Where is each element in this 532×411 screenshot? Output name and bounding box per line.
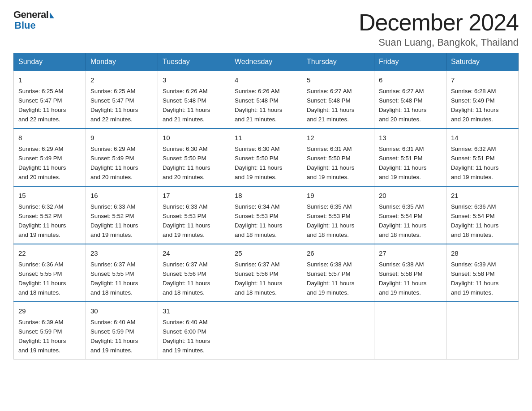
day-number: 10 bbox=[163, 133, 225, 143]
logo-general-text: General bbox=[13, 9, 48, 21]
day-number: 21 bbox=[451, 190, 514, 201]
day-number: 6 bbox=[379, 75, 442, 85]
day-cell-13: 13Sunrise: 6:31 AM Sunset: 5:51 PM Dayli… bbox=[374, 128, 446, 186]
day-number: 18 bbox=[235, 190, 297, 201]
day-cell-9: 9Sunrise: 6:29 AM Sunset: 5:49 PM Daylig… bbox=[86, 128, 158, 186]
day-number: 20 bbox=[379, 190, 442, 201]
day-cell-31: 31Sunrise: 6:40 AM Sunset: 6:00 PM Dayli… bbox=[158, 302, 230, 359]
day-info: Sunrise: 6:31 AM Sunset: 5:50 PM Dayligh… bbox=[307, 146, 354, 180]
day-info: Sunrise: 6:26 AM Sunset: 5:48 PM Dayligh… bbox=[163, 88, 210, 123]
empty-cell bbox=[302, 302, 374, 359]
day-info: Sunrise: 6:35 AM Sunset: 5:53 PM Dayligh… bbox=[307, 203, 354, 238]
day-cell-28: 28Sunrise: 6:39 AM Sunset: 5:58 PM Dayli… bbox=[446, 244, 519, 302]
day-number: 16 bbox=[90, 190, 153, 201]
title-block: December 2024 Suan Luang, Bangkok, Thail… bbox=[359, 9, 519, 48]
day-cell-24: 24Sunrise: 6:37 AM Sunset: 5:56 PM Dayli… bbox=[158, 244, 230, 302]
subtitle: Suan Luang, Bangkok, Thailand bbox=[359, 37, 519, 48]
logo-arrow-icon bbox=[50, 12, 54, 18]
day-cell-8: 8Sunrise: 6:29 AM Sunset: 5:49 PM Daylig… bbox=[14, 128, 86, 186]
day-info: Sunrise: 6:33 AM Sunset: 5:52 PM Dayligh… bbox=[90, 203, 138, 238]
day-info: Sunrise: 6:34 AM Sunset: 5:53 PM Dayligh… bbox=[235, 203, 282, 238]
day-info: Sunrise: 6:30 AM Sunset: 5:50 PM Dayligh… bbox=[235, 146, 282, 180]
day-cell-4: 4Sunrise: 6:26 AM Sunset: 5:48 PM Daylig… bbox=[230, 71, 302, 128]
day-info: Sunrise: 6:38 AM Sunset: 5:58 PM Dayligh… bbox=[379, 261, 426, 296]
day-number: 28 bbox=[451, 248, 514, 258]
empty-cell bbox=[446, 302, 519, 359]
day-number: 24 bbox=[163, 248, 225, 258]
week-row-5: 29Sunrise: 6:39 AM Sunset: 5:59 PM Dayli… bbox=[14, 302, 519, 359]
header-friday: Friday bbox=[374, 53, 446, 71]
header-monday: Monday bbox=[86, 53, 158, 71]
day-cell-21: 21Sunrise: 6:36 AM Sunset: 5:54 PM Dayli… bbox=[446, 186, 519, 244]
day-number: 2 bbox=[90, 75, 153, 85]
day-cell-18: 18Sunrise: 6:34 AM Sunset: 5:53 PM Dayli… bbox=[230, 186, 302, 244]
day-cell-11: 11Sunrise: 6:30 AM Sunset: 5:50 PM Dayli… bbox=[230, 128, 302, 186]
header-saturday: Saturday bbox=[446, 53, 519, 71]
day-number: 7 bbox=[451, 75, 514, 85]
day-info: Sunrise: 6:30 AM Sunset: 5:50 PM Dayligh… bbox=[163, 146, 210, 180]
day-cell-27: 27Sunrise: 6:38 AM Sunset: 5:58 PM Dayli… bbox=[374, 244, 446, 302]
day-cell-12: 12Sunrise: 6:31 AM Sunset: 5:50 PM Dayli… bbox=[302, 128, 374, 186]
day-number: 30 bbox=[90, 306, 153, 316]
day-number: 4 bbox=[235, 75, 297, 85]
day-info: Sunrise: 6:32 AM Sunset: 5:52 PM Dayligh… bbox=[18, 203, 66, 238]
day-info: Sunrise: 6:39 AM Sunset: 5:58 PM Dayligh… bbox=[451, 261, 498, 296]
logo: General Blue bbox=[13, 9, 54, 31]
day-info: Sunrise: 6:39 AM Sunset: 5:59 PM Dayligh… bbox=[18, 319, 66, 354]
day-info: Sunrise: 6:29 AM Sunset: 5:49 PM Dayligh… bbox=[90, 146, 138, 180]
day-info: Sunrise: 6:28 AM Sunset: 5:49 PM Dayligh… bbox=[451, 88, 498, 123]
day-cell-26: 26Sunrise: 6:38 AM Sunset: 5:57 PM Dayli… bbox=[302, 244, 374, 302]
main-title: December 2024 bbox=[359, 9, 519, 36]
day-number: 27 bbox=[379, 248, 442, 258]
day-cell-30: 30Sunrise: 6:40 AM Sunset: 5:59 PM Dayli… bbox=[86, 302, 158, 359]
day-cell-23: 23Sunrise: 6:37 AM Sunset: 5:55 PM Dayli… bbox=[86, 244, 158, 302]
day-cell-22: 22Sunrise: 6:36 AM Sunset: 5:55 PM Dayli… bbox=[14, 244, 86, 302]
day-info: Sunrise: 6:33 AM Sunset: 5:53 PM Dayligh… bbox=[163, 203, 210, 238]
day-number: 29 bbox=[18, 306, 81, 316]
day-cell-7: 7Sunrise: 6:28 AM Sunset: 5:49 PM Daylig… bbox=[446, 71, 519, 128]
day-info: Sunrise: 6:31 AM Sunset: 5:51 PM Dayligh… bbox=[379, 146, 426, 180]
day-cell-16: 16Sunrise: 6:33 AM Sunset: 5:52 PM Dayli… bbox=[86, 186, 158, 244]
day-cell-25: 25Sunrise: 6:37 AM Sunset: 5:56 PM Dayli… bbox=[230, 244, 302, 302]
day-number: 11 bbox=[235, 133, 297, 143]
day-cell-17: 17Sunrise: 6:33 AM Sunset: 5:53 PM Dayli… bbox=[158, 186, 230, 244]
day-info: Sunrise: 6:25 AM Sunset: 5:47 PM Dayligh… bbox=[18, 88, 66, 123]
day-number: 15 bbox=[18, 190, 81, 201]
day-info: Sunrise: 6:29 AM Sunset: 5:49 PM Dayligh… bbox=[18, 146, 66, 180]
day-number: 5 bbox=[307, 75, 369, 85]
day-info: Sunrise: 6:37 AM Sunset: 5:55 PM Dayligh… bbox=[90, 261, 138, 296]
day-cell-3: 3Sunrise: 6:26 AM Sunset: 5:48 PM Daylig… bbox=[158, 71, 230, 128]
day-number: 22 bbox=[18, 248, 81, 258]
empty-cell bbox=[230, 302, 302, 359]
day-number: 8 bbox=[18, 133, 81, 143]
day-info: Sunrise: 6:35 AM Sunset: 5:54 PM Dayligh… bbox=[379, 203, 426, 238]
day-number: 14 bbox=[451, 133, 514, 143]
day-cell-20: 20Sunrise: 6:35 AM Sunset: 5:54 PM Dayli… bbox=[374, 186, 446, 244]
day-info: Sunrise: 6:40 AM Sunset: 6:00 PM Dayligh… bbox=[163, 319, 210, 354]
day-cell-2: 2Sunrise: 6:25 AM Sunset: 5:47 PM Daylig… bbox=[86, 71, 158, 128]
day-cell-10: 10Sunrise: 6:30 AM Sunset: 5:50 PM Dayli… bbox=[158, 128, 230, 186]
day-cell-15: 15Sunrise: 6:32 AM Sunset: 5:52 PM Dayli… bbox=[14, 186, 86, 244]
day-number: 17 bbox=[163, 190, 225, 201]
day-number: 13 bbox=[379, 133, 442, 143]
day-cell-14: 14Sunrise: 6:32 AM Sunset: 5:51 PM Dayli… bbox=[446, 128, 519, 186]
day-info: Sunrise: 6:37 AM Sunset: 5:56 PM Dayligh… bbox=[163, 261, 210, 296]
week-row-4: 22Sunrise: 6:36 AM Sunset: 5:55 PM Dayli… bbox=[14, 244, 519, 302]
day-cell-1: 1Sunrise: 6:25 AM Sunset: 5:47 PM Daylig… bbox=[14, 71, 86, 128]
day-info: Sunrise: 6:40 AM Sunset: 5:59 PM Dayligh… bbox=[90, 319, 138, 354]
day-cell-6: 6Sunrise: 6:27 AM Sunset: 5:48 PM Daylig… bbox=[374, 71, 446, 128]
logo-blue-text: Blue bbox=[13, 20, 36, 31]
day-number: 3 bbox=[163, 75, 225, 85]
week-row-3: 15Sunrise: 6:32 AM Sunset: 5:52 PM Dayli… bbox=[14, 186, 519, 244]
empty-cell bbox=[374, 302, 446, 359]
day-cell-19: 19Sunrise: 6:35 AM Sunset: 5:53 PM Dayli… bbox=[302, 186, 374, 244]
day-number: 12 bbox=[307, 133, 369, 143]
week-row-2: 8Sunrise: 6:29 AM Sunset: 5:49 PM Daylig… bbox=[14, 128, 519, 186]
day-number: 31 bbox=[163, 306, 225, 316]
day-number: 23 bbox=[90, 248, 153, 258]
day-number: 1 bbox=[18, 75, 81, 85]
header-wednesday: Wednesday bbox=[230, 53, 302, 71]
day-info: Sunrise: 6:36 AM Sunset: 5:54 PM Dayligh… bbox=[451, 203, 498, 238]
day-info: Sunrise: 6:36 AM Sunset: 5:55 PM Dayligh… bbox=[18, 261, 66, 296]
day-cell-29: 29Sunrise: 6:39 AM Sunset: 5:59 PM Dayli… bbox=[14, 302, 86, 359]
